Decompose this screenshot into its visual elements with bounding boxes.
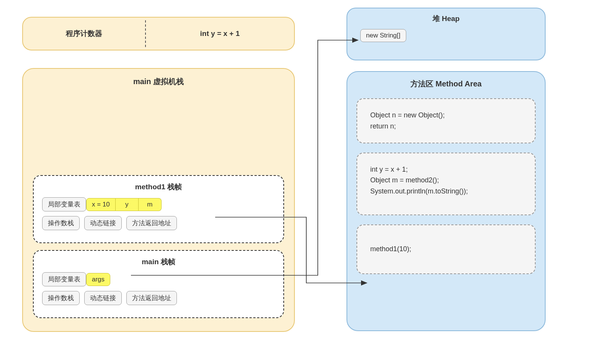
stack-title: main 虚拟机栈 — [33, 76, 284, 87]
method-area-title: 方法区 Method Area — [356, 79, 536, 89]
frame-main: main 栈帧 局部变量表 args 操作数栈 动态链接 方法返回地址 — [33, 250, 284, 318]
frame-method1-ops-row: 操作数栈 动态链接 方法返回地址 — [42, 216, 275, 230]
frame-main-locals-row: 局部变量表 args — [42, 272, 275, 286]
code-block-method1: int y = x + 1; Object m = method2(); Sys… — [356, 153, 536, 215]
frame-main-ops-row: 操作数栈 动态链接 方法返回地址 — [42, 291, 275, 305]
code-block-method2: Object n = new Object(); return n; — [356, 98, 536, 143]
dynamic-link-label: 动态链接 — [84, 216, 122, 230]
frame-main-title: main 栈帧 — [42, 257, 275, 267]
program-counter-box: 程序计数器 int y = x + 1 — [22, 17, 295, 50]
code-block-main-text: method1(10); — [370, 244, 411, 255]
local-var-args: args — [86, 273, 110, 286]
return-addr-label-main: 方法返回地址 — [126, 291, 177, 305]
code-block-main: method1(10); — [356, 224, 536, 274]
locals-vars-group-main: args — [86, 273, 110, 286]
operand-stack-label-main: 操作数栈 — [42, 291, 80, 305]
heap-box: 堆 Heap new String[] — [346, 8, 546, 60]
locals-vars-group: x = 10 y m — [86, 198, 162, 211]
frame-method1-title: method1 栈帧 — [42, 182, 275, 192]
heap-title: 堆 Heap — [356, 14, 536, 24]
local-var-y: y — [116, 198, 139, 211]
heap-object: new String[] — [360, 29, 406, 42]
return-addr-label: 方法返回地址 — [126, 216, 177, 230]
local-var-m: m — [139, 198, 162, 211]
locals-label-main: 局部变量表 — [42, 272, 86, 286]
operand-stack-label: 操作数栈 — [42, 216, 80, 230]
frame-method1-locals-row: 局部变量表 x = 10 y m — [42, 197, 275, 211]
pc-label: 程序计数器 — [23, 29, 145, 39]
pc-instruction: int y = x + 1 — [146, 29, 294, 38]
method-area-box: 方法区 Method Area Object n = new Object();… — [346, 71, 546, 331]
vm-stack-box: main 虚拟机栈 method1 栈帧 局部变量表 x = 10 y m 操作… — [22, 68, 295, 332]
diagram-root: 程序计数器 int y = x + 1 main 虚拟机栈 method1 栈帧… — [0, 0, 608, 364]
frame-method1: method1 栈帧 局部变量表 x = 10 y m 操作数栈 动态链接 方法… — [33, 175, 284, 243]
dynamic-link-label-main: 动态链接 — [84, 291, 122, 305]
local-var-x: x = 10 — [86, 198, 116, 211]
locals-label: 局部变量表 — [42, 197, 86, 211]
